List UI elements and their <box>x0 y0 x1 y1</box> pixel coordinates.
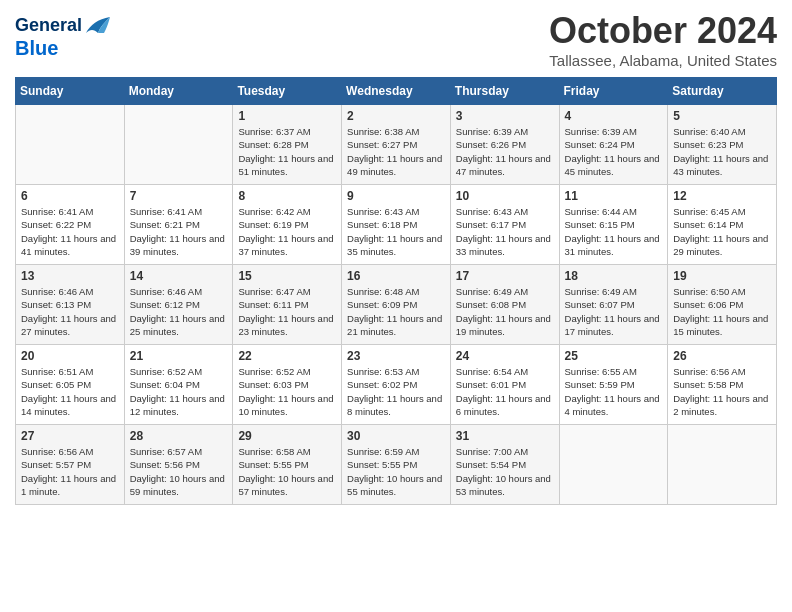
day-number: 14 <box>130 269 228 283</box>
day-info: Sunrise: 6:41 AM Sunset: 6:22 PM Dayligh… <box>21 205 119 258</box>
day-info: Sunrise: 6:53 AM Sunset: 6:02 PM Dayligh… <box>347 365 445 418</box>
calendar-cell: 17Sunrise: 6:49 AM Sunset: 6:08 PM Dayli… <box>450 265 559 345</box>
day-info: Sunrise: 6:49 AM Sunset: 6:08 PM Dayligh… <box>456 285 554 338</box>
day-number: 6 <box>21 189 119 203</box>
day-number: 30 <box>347 429 445 443</box>
calendar-cell: 6Sunrise: 6:41 AM Sunset: 6:22 PM Daylig… <box>16 185 125 265</box>
day-number: 24 <box>456 349 554 363</box>
calendar-cell: 26Sunrise: 6:56 AM Sunset: 5:58 PM Dayli… <box>668 345 777 425</box>
day-info: Sunrise: 6:56 AM Sunset: 5:57 PM Dayligh… <box>21 445 119 498</box>
calendar-cell <box>559 425 668 505</box>
calendar-week-row: 13Sunrise: 6:46 AM Sunset: 6:13 PM Dayli… <box>16 265 777 345</box>
calendar-week-row: 20Sunrise: 6:51 AM Sunset: 6:05 PM Dayli… <box>16 345 777 425</box>
day-number: 26 <box>673 349 771 363</box>
logo-text-blue: Blue <box>15 37 58 59</box>
day-number: 13 <box>21 269 119 283</box>
day-number: 4 <box>565 109 663 123</box>
calendar-cell: 3Sunrise: 6:39 AM Sunset: 6:26 PM Daylig… <box>450 105 559 185</box>
day-number: 27 <box>21 429 119 443</box>
day-header-sunday: Sunday <box>16 78 125 105</box>
calendar-cell: 30Sunrise: 6:59 AM Sunset: 5:55 PM Dayli… <box>342 425 451 505</box>
day-info: Sunrise: 6:59 AM Sunset: 5:55 PM Dayligh… <box>347 445 445 498</box>
day-info: Sunrise: 6:49 AM Sunset: 6:07 PM Dayligh… <box>565 285 663 338</box>
day-number: 1 <box>238 109 336 123</box>
day-info: Sunrise: 6:57 AM Sunset: 5:56 PM Dayligh… <box>130 445 228 498</box>
day-info: Sunrise: 6:50 AM Sunset: 6:06 PM Dayligh… <box>673 285 771 338</box>
day-info: Sunrise: 6:41 AM Sunset: 6:21 PM Dayligh… <box>130 205 228 258</box>
calendar-table: SundayMondayTuesdayWednesdayThursdayFrid… <box>15 77 777 505</box>
calendar-cell <box>668 425 777 505</box>
calendar-cell: 10Sunrise: 6:43 AM Sunset: 6:17 PM Dayli… <box>450 185 559 265</box>
day-number: 12 <box>673 189 771 203</box>
logo: General Blue <box>15 15 112 59</box>
day-number: 11 <box>565 189 663 203</box>
calendar-cell: 27Sunrise: 6:56 AM Sunset: 5:57 PM Dayli… <box>16 425 125 505</box>
day-info: Sunrise: 6:56 AM Sunset: 5:58 PM Dayligh… <box>673 365 771 418</box>
day-number: 18 <box>565 269 663 283</box>
day-info: Sunrise: 6:39 AM Sunset: 6:26 PM Dayligh… <box>456 125 554 178</box>
day-info: Sunrise: 6:52 AM Sunset: 6:03 PM Dayligh… <box>238 365 336 418</box>
day-number: 2 <box>347 109 445 123</box>
day-info: Sunrise: 6:39 AM Sunset: 6:24 PM Dayligh… <box>565 125 663 178</box>
day-number: 29 <box>238 429 336 443</box>
day-header-friday: Friday <box>559 78 668 105</box>
calendar-cell: 28Sunrise: 6:57 AM Sunset: 5:56 PM Dayli… <box>124 425 233 505</box>
day-number: 20 <box>21 349 119 363</box>
day-info: Sunrise: 7:00 AM Sunset: 5:54 PM Dayligh… <box>456 445 554 498</box>
calendar-cell: 19Sunrise: 6:50 AM Sunset: 6:06 PM Dayli… <box>668 265 777 345</box>
calendar-cell: 12Sunrise: 6:45 AM Sunset: 6:14 PM Dayli… <box>668 185 777 265</box>
day-number: 8 <box>238 189 336 203</box>
calendar-cell: 18Sunrise: 6:49 AM Sunset: 6:07 PM Dayli… <box>559 265 668 345</box>
calendar-cell: 21Sunrise: 6:52 AM Sunset: 6:04 PM Dayli… <box>124 345 233 425</box>
calendar-cell: 7Sunrise: 6:41 AM Sunset: 6:21 PM Daylig… <box>124 185 233 265</box>
calendar-cell: 14Sunrise: 6:46 AM Sunset: 6:12 PM Dayli… <box>124 265 233 345</box>
calendar-cell: 9Sunrise: 6:43 AM Sunset: 6:18 PM Daylig… <box>342 185 451 265</box>
calendar-cell: 23Sunrise: 6:53 AM Sunset: 6:02 PM Dayli… <box>342 345 451 425</box>
day-number: 28 <box>130 429 228 443</box>
day-number: 25 <box>565 349 663 363</box>
day-number: 22 <box>238 349 336 363</box>
day-number: 19 <box>673 269 771 283</box>
page: General Blue October 2024 Tallassee, Ala… <box>0 0 792 520</box>
day-info: Sunrise: 6:46 AM Sunset: 6:12 PM Dayligh… <box>130 285 228 338</box>
calendar-cell: 24Sunrise: 6:54 AM Sunset: 6:01 PM Dayli… <box>450 345 559 425</box>
calendar-cell: 22Sunrise: 6:52 AM Sunset: 6:03 PM Dayli… <box>233 345 342 425</box>
day-info: Sunrise: 6:43 AM Sunset: 6:18 PM Dayligh… <box>347 205 445 258</box>
day-info: Sunrise: 6:42 AM Sunset: 6:19 PM Dayligh… <box>238 205 336 258</box>
day-number: 21 <box>130 349 228 363</box>
calendar-cell: 8Sunrise: 6:42 AM Sunset: 6:19 PM Daylig… <box>233 185 342 265</box>
calendar-cell: 15Sunrise: 6:47 AM Sunset: 6:11 PM Dayli… <box>233 265 342 345</box>
day-header-saturday: Saturday <box>668 78 777 105</box>
day-info: Sunrise: 6:44 AM Sunset: 6:15 PM Dayligh… <box>565 205 663 258</box>
day-info: Sunrise: 6:54 AM Sunset: 6:01 PM Dayligh… <box>456 365 554 418</box>
day-info: Sunrise: 6:58 AM Sunset: 5:55 PM Dayligh… <box>238 445 336 498</box>
day-header-wednesday: Wednesday <box>342 78 451 105</box>
calendar-week-row: 6Sunrise: 6:41 AM Sunset: 6:22 PM Daylig… <box>16 185 777 265</box>
calendar-title: October 2024 <box>549 10 777 52</box>
logo-bird-icon <box>84 15 112 37</box>
day-info: Sunrise: 6:52 AM Sunset: 6:04 PM Dayligh… <box>130 365 228 418</box>
calendar-cell: 20Sunrise: 6:51 AM Sunset: 6:05 PM Dayli… <box>16 345 125 425</box>
day-info: Sunrise: 6:51 AM Sunset: 6:05 PM Dayligh… <box>21 365 119 418</box>
calendar-cell: 1Sunrise: 6:37 AM Sunset: 6:28 PM Daylig… <box>233 105 342 185</box>
day-number: 15 <box>238 269 336 283</box>
day-number: 5 <box>673 109 771 123</box>
day-header-monday: Monday <box>124 78 233 105</box>
calendar-subtitle: Tallassee, Alabama, United States <box>549 52 777 69</box>
day-info: Sunrise: 6:37 AM Sunset: 6:28 PM Dayligh… <box>238 125 336 178</box>
calendar-cell: 25Sunrise: 6:55 AM Sunset: 5:59 PM Dayli… <box>559 345 668 425</box>
day-number: 3 <box>456 109 554 123</box>
calendar-cell: 4Sunrise: 6:39 AM Sunset: 6:24 PM Daylig… <box>559 105 668 185</box>
day-number: 17 <box>456 269 554 283</box>
day-info: Sunrise: 6:38 AM Sunset: 6:27 PM Dayligh… <box>347 125 445 178</box>
day-number: 31 <box>456 429 554 443</box>
calendar-cell: 11Sunrise: 6:44 AM Sunset: 6:15 PM Dayli… <box>559 185 668 265</box>
day-header-tuesday: Tuesday <box>233 78 342 105</box>
calendar-cell: 5Sunrise: 6:40 AM Sunset: 6:23 PM Daylig… <box>668 105 777 185</box>
calendar-cell <box>124 105 233 185</box>
calendar-header-row: SundayMondayTuesdayWednesdayThursdayFrid… <box>16 78 777 105</box>
day-info: Sunrise: 6:45 AM Sunset: 6:14 PM Dayligh… <box>673 205 771 258</box>
day-number: 16 <box>347 269 445 283</box>
title-block: October 2024 Tallassee, Alabama, United … <box>549 10 777 69</box>
calendar-week-row: 1Sunrise: 6:37 AM Sunset: 6:28 PM Daylig… <box>16 105 777 185</box>
